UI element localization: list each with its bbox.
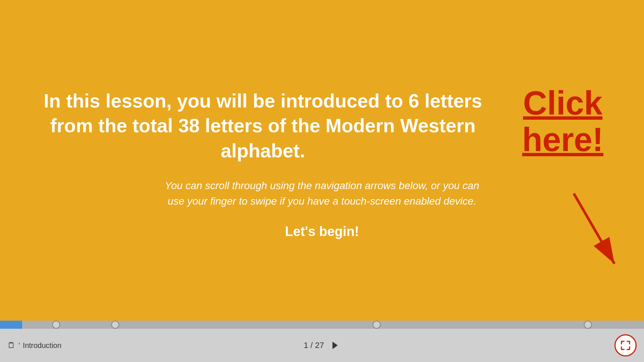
bottom-bar: 🗒 ' Introduction 1 / 27 xyxy=(0,321,644,362)
page-indicator: 1 / 27 xyxy=(304,341,324,350)
content-area: In this lesson, you will be introduced t… xyxy=(30,89,614,164)
slide-container: In this lesson, you will be introduced t… xyxy=(0,0,644,362)
section-label: Introduction xyxy=(23,341,62,350)
arrow-area xyxy=(563,190,622,273)
fullscreen-icon xyxy=(620,340,631,351)
track-circle-3 xyxy=(373,321,381,329)
main-heading: In this lesson, you will be introduced t… xyxy=(30,89,496,164)
click-line1: Click xyxy=(523,85,602,122)
fullscreen-button[interactable] xyxy=(614,334,637,356)
nav-left: 🗒 ' Introduction xyxy=(7,341,61,350)
nav-center: 1 / 27 xyxy=(304,340,340,351)
progress-track xyxy=(0,321,644,329)
track-circle-4 xyxy=(584,321,592,329)
page-total: 27 xyxy=(315,341,324,350)
track-circle-1 xyxy=(52,321,60,329)
track-circle-2 xyxy=(111,321,119,329)
page-current: 1 xyxy=(304,341,308,350)
next-arrow-icon xyxy=(332,341,339,350)
nav-row: 🗒 ' Introduction 1 / 27 xyxy=(0,329,644,362)
next-button[interactable] xyxy=(330,340,340,351)
click-line2: here! xyxy=(522,121,603,158)
breadcrumb-separator: ' xyxy=(18,341,20,350)
cta-text: Let's begin! xyxy=(285,224,359,239)
svg-marker-2 xyxy=(333,342,338,349)
click-here-link[interactable]: Click here! xyxy=(522,85,603,158)
slides-icon: 🗒 xyxy=(7,341,16,350)
svg-line-1 xyxy=(574,194,614,264)
click-here-area[interactable]: Click here! xyxy=(511,85,614,158)
subtitle-text: You can scroll through using the navigat… xyxy=(156,178,488,209)
click-arrow-icon xyxy=(563,190,622,271)
nav-right xyxy=(614,334,637,356)
page-separator: / xyxy=(311,341,315,350)
circles-row xyxy=(1,321,643,329)
slide-main: In this lesson, you will be introduced t… xyxy=(0,0,644,321)
